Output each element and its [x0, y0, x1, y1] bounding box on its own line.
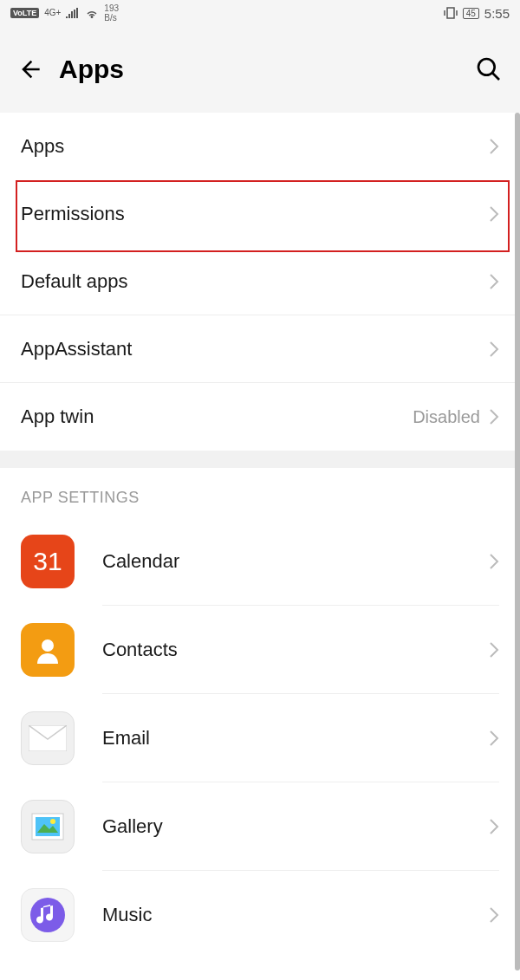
battery-indicator: 45 [463, 8, 479, 19]
page-title: Apps [59, 55, 458, 84]
section-header: APP SETTINGS [0, 468, 520, 517]
app-label: Calendar [102, 550, 489, 573]
time-display: 5:55 [484, 6, 510, 21]
music-icon [21, 888, 75, 942]
signal-icon [66, 8, 80, 18]
app-label: Music [102, 904, 489, 926]
app-label: Email [102, 727, 489, 750]
svg-point-7 [50, 819, 55, 824]
app-header: Apps [0, 26, 520, 113]
data-rate: 193 B/s [104, 3, 119, 23]
wifi-icon [85, 8, 99, 18]
setting-label: Default apps [21, 270, 128, 293]
setting-label: Permissions [21, 203, 125, 225]
app-contacts[interactable]: Contacts [0, 606, 520, 694]
app-label: Gallery [102, 815, 489, 838]
contacts-icon [21, 623, 75, 677]
svg-rect-5 [36, 817, 60, 836]
app-calendar[interactable]: 31 Calendar [0, 517, 520, 606]
setting-permissions[interactable]: Permissions [0, 180, 520, 248]
chevron-right-icon [489, 408, 499, 425]
gallery-icon [21, 800, 75, 853]
volte-badge: VoLTE [10, 8, 39, 18]
scrollbar[interactable] [515, 113, 520, 970]
chevron-right-icon [489, 818, 499, 835]
chevron-right-icon [489, 730, 499, 747]
chevron-right-icon [489, 641, 499, 659]
status-bar: VoLTE 4G+ 193 B/s 45 5:55 [0, 0, 520, 26]
chevron-right-icon [489, 273, 499, 290]
section-divider [0, 451, 520, 468]
setting-label: Apps [21, 135, 64, 158]
network-indicator: 4G+ [44, 9, 61, 17]
chevron-right-icon [489, 138, 499, 155]
search-icon[interactable] [475, 55, 503, 83]
setting-default-apps[interactable]: Default apps [0, 248, 520, 315]
app-music[interactable]: Music [0, 871, 520, 959]
setting-label: App twin [21, 406, 94, 428]
app-gallery[interactable]: Gallery [0, 782, 520, 871]
setting-apps[interactable]: Apps [0, 113, 520, 180]
setting-app-assistant[interactable]: AppAssistant [0, 315, 520, 383]
svg-point-2 [42, 639, 54, 652]
chevron-right-icon [489, 553, 499, 570]
svg-rect-0 [447, 8, 454, 18]
app-label: Contacts [102, 639, 489, 661]
app-email[interactable]: Email [0, 694, 520, 782]
svg-point-1 [478, 59, 495, 75]
chevron-right-icon [489, 906, 499, 924]
setting-value: Disabled [413, 407, 480, 427]
calendar-icon: 31 [21, 535, 75, 588]
chevron-right-icon [489, 205, 499, 223]
chevron-right-icon [489, 341, 499, 358]
vibrate-icon [444, 7, 458, 19]
email-icon [21, 711, 75, 765]
setting-label: AppAssistant [21, 338, 132, 360]
setting-app-twin[interactable]: App twin Disabled [0, 383, 520, 451]
content-area: Apps Permissions Default apps AppAssista… [0, 113, 520, 959]
back-button[interactable] [17, 57, 42, 81]
